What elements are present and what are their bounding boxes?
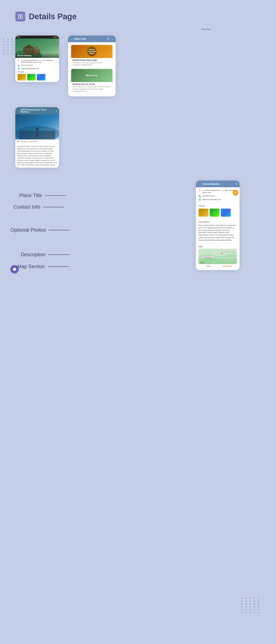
detail-photo-2[interactable]: [210, 208, 220, 217]
phone1-website-row: 🌐 www.dusunbambu.com: [18, 68, 57, 70]
phone2-news-info: ← News Info ↻ ⋮ BRAGA CULINARY NIGHT [EV…: [68, 36, 116, 96]
news2-image: Bandung: [71, 69, 113, 82]
page-title: Details Page: [29, 12, 77, 21]
svg-rect-7: [34, 46, 38, 49]
phone-detail-share-icon[interactable]: ⤴: [236, 182, 237, 185]
phone1-photos-row: [18, 74, 57, 80]
phone-detail-phone-row: 📞 022-8278-2020: [199, 195, 237, 197]
label-optional-photos: Optional Photos: [10, 227, 70, 233]
news1-title: [EVENT] Braga Culinary Night: [73, 59, 111, 61]
phone-detail-address-row: 📍 Jl. Kolonel Masturi Km. 11, Situ Lemba…: [199, 189, 237, 194]
phone-detail-photos-label: Photos: [199, 205, 237, 207]
page-icon: [15, 12, 25, 22]
detail-photo-1[interactable]: [199, 208, 209, 217]
map-navigate-button[interactable]: NAVIGATE: [218, 264, 237, 268]
phone1-photos-label: Photos: [18, 71, 57, 73]
wavy-decoration: 〜〜: [201, 26, 211, 33]
phone1-dusun-bambu: 9:00 100% ← ⤴ Dusun Bambu 📍 Jl. Kolon: [15, 36, 59, 82]
news-card-1[interactable]: BRAGA CULINARY NIGHT [EVENT] Braga Culin…: [71, 45, 113, 68]
phone-detail-contact-section: 📍 Jl. Kolonel Masturi Km. 11, Situ Lemba…: [196, 187, 240, 203]
phone-detail-back-icon[interactable]: ←: [199, 182, 201, 185]
news2-image-text: Bandung: [86, 74, 98, 77]
label-place-title: Place Title: [19, 192, 66, 198]
phone3-share-icon[interactable]: ⤴: [56, 110, 57, 112]
map-view-button[interactable]: VIEW: [199, 264, 218, 268]
phone1-hero-image: ← ⤴ Dusun Bambu: [15, 38, 59, 58]
map-actions: VIEW NAVIGATE: [199, 264, 237, 268]
phone1-statusbar: 9:00 100%: [15, 36, 59, 38]
phone-detail-website-row: 🌐 www.dusunbambu.com: [199, 198, 237, 201]
phone1-share-icon[interactable]: ⤴: [56, 39, 57, 42]
phone3-content: Phasellus tincidunt, est laoreet mollis …: [15, 144, 59, 168]
phone3-back-icon[interactable]: ←: [17, 110, 19, 112]
calendar-icon: 📅: [17, 140, 19, 142]
place-title-line: [45, 195, 66, 196]
label-description: Description: [21, 252, 69, 258]
news1-image-overlay: BRAGA CULINARY NIGHT: [87, 47, 97, 56]
photo-thumb-3[interactable]: [37, 74, 45, 80]
fav-button-overlay[interactable]: ♥: [233, 190, 238, 196]
svg-text:📍: 📍: [221, 252, 224, 255]
phone2-back-icon[interactable]: ←: [70, 38, 73, 40]
phone2-actions: ↻ ⋮: [107, 38, 113, 40]
phone-detail-photos: [199, 208, 237, 217]
detail-photo-3[interactable]: [221, 208, 231, 217]
news1-desc: Presented by Bandung Cultural and Touris…: [73, 62, 111, 66]
photo-thumb-2[interactable]: [27, 74, 36, 80]
news2-body: Bandung City from The Sky Sed a ornare n…: [71, 82, 113, 94]
detail-web-icon: 🌐: [199, 198, 201, 201]
phone3-title: [TIPS] Preparing Your Trip to Bandung: [21, 109, 55, 113]
phone1-phone-row: 📞 022-8278-2020: [18, 64, 57, 66]
optional-photos-label-text: Optional Photos: [10, 227, 46, 233]
phone1-info-section: 📍 Jl. Kolonel Masturi Km. 11, Situ Lemba…: [15, 58, 59, 82]
label-contact-info: Contact Info: [13, 204, 64, 210]
phone2-refresh-icon[interactable]: ↻: [107, 38, 109, 40]
phone1-battery: 100%: [53, 36, 57, 38]
map-label-1: Orchid Forest Cikole: [225, 250, 235, 252]
detail-phone-icon: 📞: [199, 195, 201, 197]
detail-location-icon: 📍: [199, 190, 201, 192]
contact-info-label-text: Contact Info: [13, 204, 40, 210]
phone1-back-icon[interactable]: ←: [17, 39, 19, 42]
news-card-2[interactable]: Bandung Bandung City from The Sky Sed a …: [71, 69, 113, 94]
photo-thumb-1[interactable]: [18, 74, 26, 80]
news2-desc: Sed a ornare nunc, in lobortis lorem. Pr…: [73, 86, 111, 92]
phone2-more-icon[interactable]: ⋮: [111, 38, 113, 40]
label-map-section: Map Section: [17, 264, 69, 270]
location-icon: 📍: [18, 60, 20, 62]
phone1-place-name: Dusun Bambu: [15, 53, 59, 58]
phone-detail-website: www.dusunbambu.com: [202, 198, 221, 200]
phone-detail-desc-label: Description: [199, 221, 237, 223]
phone-detail-description-section: Description Dusun Bambu Family Leisure P…: [196, 219, 240, 243]
place-title-label-text: Place Title: [19, 192, 42, 198]
news1-image: BRAGA CULINARY NIGHT: [71, 45, 113, 58]
web-icon: 🌐: [18, 68, 20, 70]
map-section-line: [48, 266, 69, 267]
map-section-label-text: Map Section: [17, 264, 45, 270]
phone-icon: 📞: [18, 64, 20, 66]
phone3-hero-image: [15, 114, 59, 140]
phone-detail-title: Dusun Bambu: [203, 182, 219, 185]
phone-detail-header: ← Dusun Bambu ⤴: [196, 180, 240, 187]
news1-body: [EVENT] Braga Culinary Night Presented b…: [71, 58, 113, 68]
dot-grid-bottomright: [241, 598, 261, 613]
phone1-address-row: 📍 Jl. Kolonel Masturi Km. 11, Situ Lemba…: [18, 59, 57, 63]
phone3-header: ← [TIPS] Preparing Your Trip to Bandung …: [15, 107, 59, 114]
phone-detail-map[interactable]: 📍 📍 Orchid Forest Cikole Lembang Park & …: [199, 249, 237, 264]
phone1-phone: 022-8278-2020: [21, 64, 33, 66]
phone-detail-map-label: Map: [199, 245, 237, 248]
optional-photos-line: [49, 230, 70, 230]
contact-info-line: [43, 207, 64, 207]
map-label-2: Lembang Park & Zoo: [202, 256, 214, 258]
phone1-website: www.dusunbambu.com: [21, 68, 39, 70]
phone3-tips: ← [TIPS] Preparing Your Trip to Bandung …: [15, 107, 59, 168]
phone1-address: Jl. Kolonel Masturi Km. 11, Situ Lembang…: [21, 59, 57, 63]
phone-detail-photos-section: Photos: [196, 203, 240, 219]
phone-detail-desc-text: Dusun Bambu Family Leisure Park is an ec…: [199, 224, 237, 241]
phone1-time: 9:00: [17, 36, 20, 38]
description-line: [48, 254, 69, 255]
phone-detail-phone: 022-8278-2020: [202, 195, 215, 197]
map-google-logo: Google: [200, 262, 204, 263]
news2-title: Bandung City from The Sky: [73, 83, 111, 85]
phone2-header-title: News Info: [74, 38, 86, 40]
